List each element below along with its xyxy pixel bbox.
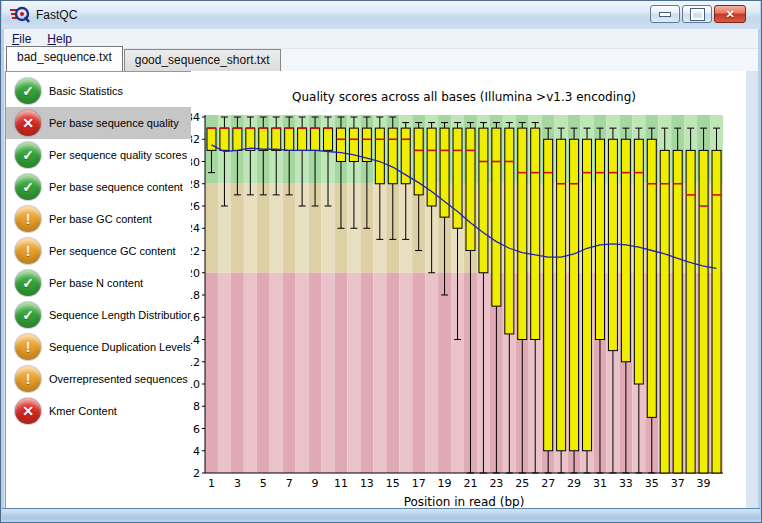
svg-text:5: 5 [260,477,267,490]
sidebar-item-label: Per base sequence quality [49,117,179,129]
svg-text:31: 31 [593,477,607,490]
sidebar-item-per-base-gc-content[interactable]: !Per base GC content [6,203,194,235]
svg-text:26: 26 [191,200,200,213]
menu-item-file[interactable]: File [4,30,39,48]
pass-icon: ✓ [15,174,41,200]
svg-text:7: 7 [286,477,293,490]
pass-icon: ✓ [15,302,41,328]
maximize-icon [691,9,704,20]
svg-text:21: 21 [463,477,477,490]
module-list: ✓Basic Statistics✕Per base sequence qual… [5,71,195,510]
svg-text:1: 1 [208,477,215,490]
svg-text:17: 17 [412,477,426,490]
quality-boxplot-chart: Quality scores across all bases (Illumin… [191,71,746,511]
window-title: FastQC [36,8,77,22]
svg-text:35: 35 [645,477,659,490]
menu-item-help[interactable]: Help [39,30,80,48]
minimize-button[interactable] [650,5,680,23]
maximize-button[interactable] [682,5,712,23]
sidebar-item-label: Per base sequence content [49,181,183,193]
svg-text:12: 12 [191,356,200,369]
sidebar-item-label: Sequence Duplication Levels [49,341,191,353]
pass-icon: ✓ [15,142,41,168]
svg-text:33: 33 [619,477,633,490]
sidebar-item-sequence-duplication-levels[interactable]: !Sequence Duplication Levels [6,331,194,363]
svg-text:9: 9 [312,477,319,490]
sidebar-item-label: Overrepresented sequences [49,373,188,385]
svg-text:Quality scores across all base: Quality scores across all bases (Illumin… [292,90,636,104]
warn-icon: ! [15,334,41,360]
svg-text:32: 32 [191,133,200,146]
svg-text:22: 22 [191,245,200,258]
svg-text:28: 28 [191,178,200,191]
close-icon: ✕ [725,9,734,20]
svg-text:4: 4 [193,445,200,458]
titlebar: FastQC ✕ [2,1,760,29]
svg-text:25: 25 [515,477,529,490]
sidebar-item-overrepresented-sequences[interactable]: !Overrepresented sequences [6,363,194,395]
sidebar-item-label: Per sequence GC content [49,245,176,257]
sidebar-item-label: Sequence Length Distribution [49,309,193,321]
svg-text:11: 11 [334,477,348,490]
window-bottom-border [2,508,760,522]
sidebar-item-per-sequence-gc-content[interactable]: !Per sequence GC content [6,235,194,267]
svg-text:29: 29 [567,477,581,490]
sidebar-item-label: Basic Statistics [49,85,123,97]
sidebar-item-label: Per base N content [49,277,143,289]
svg-text:20: 20 [191,267,200,280]
sidebar-item-per-sequence-quality-scores[interactable]: ✓Per sequence quality scores [6,139,194,171]
svg-text:14: 14 [191,334,200,347]
window-controls: ✕ [648,5,746,23]
svg-text:15: 15 [386,477,400,490]
sidebar-item-label: Kmer Content [49,405,117,417]
svg-text:24: 24 [191,222,200,235]
warn-icon: ! [15,366,41,392]
fail-icon: ✕ [15,398,41,424]
svg-text:19: 19 [438,477,452,490]
svg-text:27: 27 [541,477,555,490]
sidebar-item-basic-statistics[interactable]: ✓Basic Statistics [6,75,194,107]
pass-icon: ✓ [15,78,41,104]
sidebar-item-label: Per sequence quality scores [49,149,187,161]
pass-icon: ✓ [15,270,41,296]
warn-icon: ! [15,238,41,264]
svg-text:23: 23 [489,477,503,490]
tab-bar: bad_sequence.txtgood_sequence_short.txt [4,49,758,71]
svg-text:37: 37 [671,477,685,490]
sidebar-item-per-base-n-content[interactable]: ✓Per base N content [6,267,194,299]
sidebar-item-per-base-sequence-content[interactable]: ✓Per base sequence content [6,171,194,203]
svg-text:18: 18 [191,289,200,302]
sidebar-item-kmer-content[interactable]: ✕Kmer Content [6,395,194,427]
fastqc-window: FastQC ✕ FileHelp bad_sequence.txtgood_s… [0,0,762,523]
sidebar-item-label: Per base GC content [49,213,152,225]
minimize-icon [659,12,671,17]
svg-text:8: 8 [193,400,200,413]
svg-text:39: 39 [697,477,711,490]
svg-text:Position in read (bp): Position in read (bp) [404,495,525,509]
svg-text:13: 13 [360,477,374,490]
chart-panel: Quality scores across all bases (Illumin… [191,71,746,511]
svg-text:3: 3 [234,477,241,490]
sidebar-item-per-base-sequence-quality[interactable]: ✕Per base sequence quality [6,107,194,139]
main-content: ✓Basic Statistics✕Per base sequence qual… [4,71,758,511]
svg-text:34: 34 [191,111,200,124]
svg-text:2: 2 [193,467,200,480]
svg-text:30: 30 [191,156,200,169]
fastqc-logo-icon [10,6,30,24]
fail-icon: ✕ [15,110,41,136]
close-button[interactable]: ✕ [714,5,746,23]
sidebar-item-sequence-length-distribution[interactable]: ✓Sequence Length Distribution [6,299,194,331]
tab-good-sequence-short-txt[interactable]: good_sequence_short.txt [124,49,281,71]
tab-bad-sequence-txt[interactable]: bad_sequence.txt [6,46,123,71]
svg-text:10: 10 [191,378,200,391]
svg-text:16: 16 [191,311,200,324]
svg-text:6: 6 [193,423,200,436]
warn-icon: ! [15,206,41,232]
